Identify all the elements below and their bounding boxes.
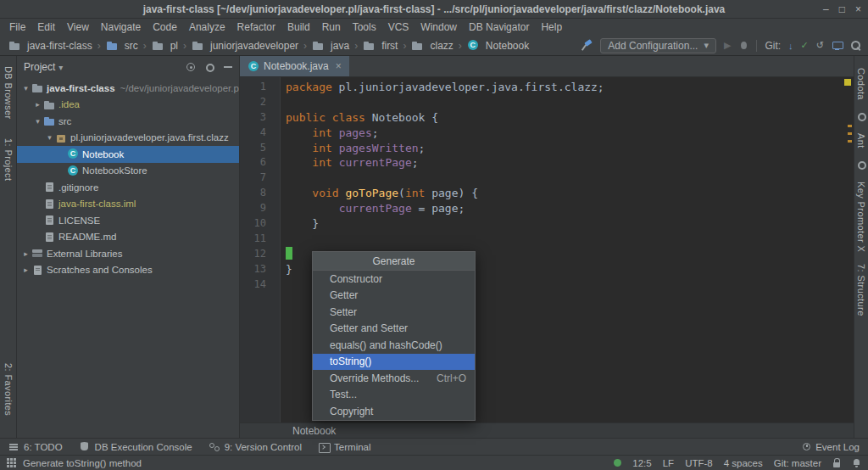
line-number[interactable]: 10 [240,216,280,232]
tool-button-key-promoter-x[interactable]: Key Promoter X [856,182,866,252]
warning-stripe-mark[interactable] [848,125,852,127]
popup-item-setter[interactable]: Setter [313,304,475,321]
tree-item-notebook[interactable]: Notebook [17,146,239,163]
line-number[interactable]: 2 [240,95,280,110]
line-number[interactable]: 1 [240,80,280,95]
tool-button-db-execution-console[interactable]: DB Execution Console [80,442,192,452]
tree-toggle-icon[interactable]: ▾ [20,84,31,92]
event-log-button[interactable]: Event Log [802,442,860,452]
popup-item-test[interactable]: Test... [313,387,475,404]
tree-toggle-icon[interactable]: ▾ [32,117,43,126]
line-number[interactable]: 8 [240,186,280,201]
line-number[interactable]: 12 [240,247,280,262]
lock-icon[interactable] [832,458,841,468]
menu-item-navigate[interactable]: Navigate [95,21,147,33]
menu-item-run[interactable]: Run [316,21,347,33]
code-line[interactable]: currentPage = page; [286,201,854,216]
tree-item-external-libraries[interactable]: ▸External Libraries [17,245,239,262]
tool-button-codota[interactable]: Codota [856,68,866,100]
caret-position[interactable]: 12:5 [632,458,651,468]
tree-item-gitignore[interactable]: .gitignore [17,179,239,196]
tree-item-idea[interactable]: ▸.idea [17,97,239,114]
breadcrumb-item-src[interactable]: src [104,40,140,52]
tree-item-java-first-class-iml[interactable]: java-first-class.iml [17,196,239,213]
code-line[interactable] [286,232,854,247]
indent-setting[interactable]: 4 spaces [724,458,763,468]
popup-item-override-methods[interactable]: Override Methods...Ctrl+O [313,370,475,387]
line-number[interactable]: 13 [240,262,280,277]
warning-stripe-mark[interactable] [848,140,852,143]
popup-item-constructor[interactable]: Constructor [313,271,475,288]
popup-item-equals-and-hashcode[interactable]: equals() and hashCode() [313,337,475,354]
debug-button[interactable] [738,40,748,51]
locate-file-icon[interactable] [186,62,196,72]
tree-item-readme-md[interactable]: README.md [17,229,239,246]
menu-item-edit[interactable]: Edit [31,21,61,33]
menu-item-file[interactable]: File [3,21,31,33]
close-tab-icon[interactable]: × [336,60,342,72]
tree-item-scratches-and-consoles[interactable]: ▸Scratches and Consoles [17,262,239,279]
menu-item-vcs[interactable]: VCS [382,21,415,33]
menu-item-window[interactable]: Window [415,21,463,33]
tree-item-license[interactable]: LICENSE [17,212,239,229]
tool-button-1-project[interactable]: 1: Project [3,138,14,181]
tree-item-src[interactable]: ▾src [17,113,239,130]
search-everywhere-icon[interactable] [850,40,861,51]
breadcrumb-item-notebook[interactable]: Notebook [465,40,531,52]
run-button[interactable]: ▶ [724,40,731,51]
menu-item-analyze[interactable]: Analyze [183,21,231,33]
tree-toggle-icon[interactable]: ▸ [20,249,31,258]
breadcrumb-item-pl[interactable]: pl [150,40,180,52]
code-line[interactable]: void goToPage(int page) { [286,186,854,201]
tree-toggle-icon[interactable]: ▸ [32,100,43,109]
editor-tab-notebook-java[interactable]: Notebook.java × [240,56,349,76]
maximize-icon[interactable]: □ [839,3,845,15]
run-configurations-select[interactable]: Add Configuration... ▾ [600,38,716,53]
menu-item-help[interactable]: Help [535,21,568,33]
menu-item-db-navigator[interactable]: DB Navigator [463,21,535,33]
breadcrumb-class[interactable]: Notebook [292,425,336,437]
line-separator[interactable]: LF [663,458,674,468]
line-number[interactable]: 9 [240,201,280,216]
tool-button-9-version-control[interactable]: 9: Version Control [209,442,302,452]
popup-item-getter[interactable]: Getter [313,288,475,305]
line-number[interactable]: 14 [240,277,280,293]
code-line[interactable]: int pagesWritten; [286,141,854,156]
file-encoding[interactable]: UTF-8 [685,458,713,468]
tool-button-terminal[interactable]: Terminal [319,442,370,452]
breadcrumb-item-first[interactable]: first [361,40,399,52]
line-number[interactable]: 11 [240,232,280,247]
toolwindow-quick-access-icon[interactable] [7,458,16,467]
tool-button-6-todo[interactable]: 6: TODO [8,442,63,452]
project-panel-title[interactable]: Project [24,61,55,73]
warning-stripe-mark[interactable] [848,132,852,135]
code-line[interactable]: } [286,216,854,232]
line-number[interactable]: 3 [240,110,280,126]
tool-button-7-structure[interactable]: 7: Structure [856,264,866,316]
notifications-icon[interactable] [852,458,861,468]
tree-item-notebookstore[interactable]: NotebookStore [17,163,239,180]
menu-item-refactor[interactable]: Refactor [231,21,281,33]
menu-item-view[interactable]: View [61,21,95,33]
tool-button-ant[interactable]: Ant [856,133,866,148]
changes-view-icon[interactable] [832,41,843,51]
breadcrumb-item-java-first-class[interactable]: java-first-class [7,40,94,52]
tool-button-db-browser[interactable]: DB Browser [3,66,14,120]
line-number[interactable]: 6 [240,155,280,171]
hide-panel-icon[interactable] [224,66,232,68]
line-number[interactable]: 7 [240,171,280,186]
menu-item-code[interactable]: Code [147,21,183,33]
tree-toggle-icon[interactable]: ▾ [44,133,55,142]
popup-item-copyright[interactable]: Copyright [313,403,475,420]
status-dot-icon[interactable] [614,459,621,467]
tool-button-2-favorites[interactable]: 2: Favorites [3,363,14,416]
menu-item-tools[interactable]: Tools [347,21,382,33]
minimize-icon[interactable]: – [823,3,829,15]
gear-icon[interactable] [205,63,214,72]
vcs-revert-icon[interactable]: ↺ [816,40,824,51]
tree-toggle-icon[interactable]: ▸ [20,266,31,274]
breadcrumb-item-clazz[interactable]: clazz [409,40,454,52]
code-line[interactable]: int currentPage; [286,155,854,171]
tree-item-java-first-class[interactable]: ▾java-first-class ~/dev/juniorjavadevelo… [17,80,239,97]
vcs-update-icon[interactable]: ↓ [788,41,793,51]
